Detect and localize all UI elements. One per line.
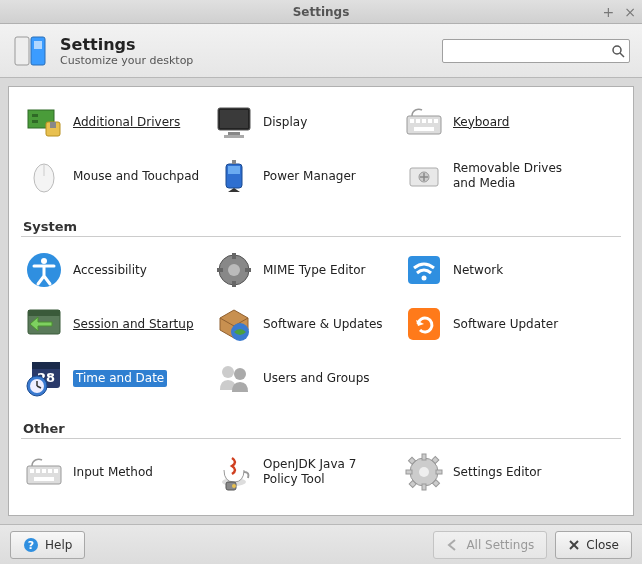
settings-item-label: Power Manager	[263, 169, 356, 184]
svg-rect-65	[406, 470, 412, 474]
settings-item-label: Network	[453, 263, 503, 278]
updater-icon	[403, 303, 445, 345]
settings-item-label: Additional Drivers	[73, 115, 180, 130]
svg-rect-14	[407, 116, 441, 134]
svg-point-3	[613, 46, 621, 54]
settings-item-additional-drivers[interactable]: Additional Drivers	[17, 95, 207, 149]
help-button[interactable]: ? Help	[10, 531, 85, 559]
search-icon	[611, 44, 625, 58]
svg-rect-55	[48, 469, 52, 473]
settings-item-label: MIME Type Editor	[263, 263, 366, 278]
svg-rect-33	[232, 281, 236, 287]
svg-rect-17	[422, 119, 426, 123]
power-icon	[213, 155, 255, 197]
settings-item-users-and-groups[interactable]: Users and Groups	[207, 351, 397, 405]
svg-rect-52	[30, 469, 34, 473]
display-icon	[213, 101, 255, 143]
close-button[interactable]: Close	[555, 531, 632, 559]
gear-icon	[403, 451, 445, 493]
settings-item-label: Software & Updates	[263, 317, 383, 332]
svg-point-60	[232, 484, 236, 488]
settings-item-mime-type-editor[interactable]: MIME Type Editor	[207, 243, 397, 297]
svg-rect-51	[27, 466, 61, 484]
svg-rect-15	[410, 119, 414, 123]
svg-point-49	[222, 366, 234, 378]
settings-item-software-updater[interactable]: Software Updater	[397, 297, 587, 351]
category-system-label: System	[21, 213, 621, 237]
window-minimize-icon[interactable]: +	[603, 4, 615, 20]
svg-rect-64	[422, 484, 426, 490]
accessibility-icon	[23, 249, 65, 291]
svg-rect-6	[32, 114, 38, 117]
settings-item-removable-drives-and-media[interactable]: Removable Drives and Media	[397, 149, 587, 203]
svg-rect-2	[34, 41, 42, 49]
svg-rect-32	[232, 253, 236, 259]
svg-rect-53	[36, 469, 40, 473]
all-settings-label: All Settings	[466, 538, 534, 552]
settings-item-time-and-date[interactable]: 28Time and Date	[17, 351, 207, 405]
settings-item-accessibility[interactable]: Accessibility	[17, 243, 207, 297]
close-button-label: Close	[586, 538, 619, 552]
settings-item-label: Session and Startup	[73, 317, 194, 332]
svg-rect-9	[50, 122, 56, 128]
search-input[interactable]	[447, 44, 611, 58]
svg-rect-43	[32, 362, 60, 369]
java-icon	[213, 451, 255, 493]
close-icon	[568, 539, 580, 551]
svg-line-4	[620, 53, 624, 57]
svg-rect-24	[228, 166, 240, 174]
window-close-icon[interactable]: ×	[624, 4, 636, 20]
svg-rect-57	[34, 477, 54, 481]
svg-rect-19	[434, 119, 438, 123]
svg-point-29	[41, 258, 47, 264]
window-title: Settings	[293, 5, 350, 19]
settings-item-label: OpenJDK Java 7 Policy Tool	[263, 457, 391, 487]
drivers-icon	[23, 101, 65, 143]
mime-icon	[213, 249, 255, 291]
settings-item-label: Accessibility	[73, 263, 147, 278]
svg-rect-39	[28, 310, 60, 316]
settings-item-label: Software Updater	[453, 317, 558, 332]
removable-icon	[403, 155, 445, 197]
page-subtitle: Customize your desktop	[60, 54, 193, 67]
mouse-icon	[23, 155, 65, 197]
svg-rect-66	[436, 470, 442, 474]
settings-item-settings-editor[interactable]: Settings Editor	[397, 445, 587, 499]
settings-item-power-manager[interactable]: Power Manager	[207, 149, 397, 203]
settings-item-label: Input Method	[73, 465, 153, 480]
svg-rect-18	[428, 119, 432, 123]
settings-item-display[interactable]: Display	[207, 95, 397, 149]
settings-item-software-updates[interactable]: Software & Updates	[207, 297, 397, 351]
keyboard-icon	[403, 101, 445, 143]
svg-rect-25	[232, 160, 236, 164]
svg-rect-20	[414, 127, 434, 131]
settings-item-label: Removable Drives and Media	[453, 161, 581, 191]
svg-rect-63	[422, 454, 426, 460]
all-settings-button: All Settings	[433, 531, 547, 559]
settings-item-keyboard[interactable]: Keyboard	[397, 95, 587, 149]
settings-item-label: Keyboard	[453, 115, 509, 130]
settings-item-label: Time and Date	[73, 370, 167, 387]
settings-item-network[interactable]: Network	[397, 243, 587, 297]
page-title: Settings	[60, 35, 193, 54]
settings-item-label: Display	[263, 115, 307, 130]
header-bar: Settings Customize your desktop	[0, 24, 642, 78]
search-input-wrap[interactable]	[442, 39, 630, 63]
settings-app-icon	[12, 32, 50, 70]
settings-item-label: Users and Groups	[263, 371, 370, 386]
svg-rect-16	[416, 119, 420, 123]
category-system-grid: AccessibilityMIME Type EditorNetworkSess…	[17, 243, 625, 405]
users-icon	[213, 357, 255, 399]
settings-item-openjdk-java-7-policy-tool[interactable]: OpenJDK Java 7 Policy Tool	[207, 445, 397, 499]
settings-item-session-and-startup[interactable]: Session and Startup	[17, 297, 207, 351]
svg-rect-12	[228, 132, 240, 135]
help-button-label: Help	[45, 538, 72, 552]
software-icon	[213, 303, 255, 345]
settings-item-input-method[interactable]: Input Method	[17, 445, 207, 499]
svg-point-31	[228, 264, 240, 276]
category-other-grid: Input MethodOpenJDK Java 7 Policy ToolSe…	[17, 445, 625, 499]
svg-rect-56	[54, 469, 58, 473]
svg-text:?: ?	[28, 539, 34, 552]
settings-content: Additional DriversDisplayKeyboardMouse a…	[8, 86, 634, 516]
settings-item-mouse-and-touchpad[interactable]: Mouse and Touchpad	[17, 149, 207, 203]
